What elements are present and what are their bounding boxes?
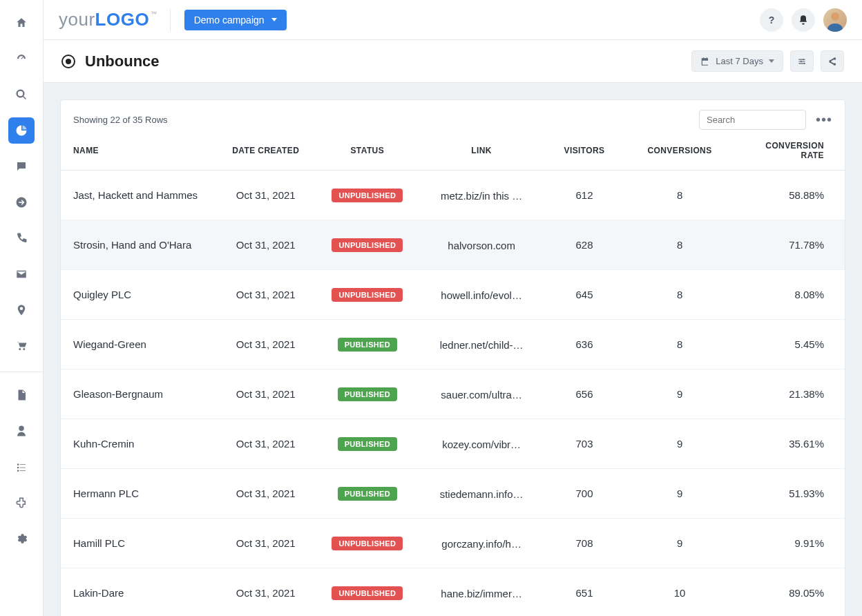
cell-name: Quigley PLC [73,289,131,300]
nav-reports[interactable] [8,382,35,408]
svg-point-0 [803,58,804,59]
cell-link[interactable]: halvorson.com [448,240,515,251]
nav-calls[interactable] [8,225,35,251]
nav-cart[interactable] [8,333,35,359]
filter-button[interactable] [790,50,814,72]
nav-analytics[interactable] [8,117,35,144]
notifications-button[interactable] [792,8,815,32]
col-header-visitors[interactable]: VISITORS [542,141,627,171]
share-icon [827,57,837,66]
topbar: yourLOGO™ Demo campaign ? [44,0,862,40]
table-row[interactable]: Kuhn-CreminOct 31, 2021PUBLISHEDkozey.co… [61,419,845,469]
date-range-label: Last 7 Days [716,56,763,66]
campaign-dropdown[interactable]: Demo campaign [184,10,287,30]
table-row[interactable]: Hamill PLCOct 31, 2021UNPUBLISHEDgorczan… [61,519,845,568]
brand-logo: yourLOGO™ [59,9,156,30]
col-header-conversions[interactable]: CONVERSIONS [626,141,732,171]
cell-date: Oct 31, 2021 [236,587,296,599]
table-row[interactable]: Quigley PLCOct 31, 2021UNPUBLISHEDhowell… [61,270,845,320]
campaign-label: Demo campaign [194,15,265,26]
table-more-menu[interactable]: ••• [816,112,832,128]
cell-link[interactable]: howell.info/evol… [441,289,522,301]
status-badge: UNPUBLISHED [332,288,403,302]
topbar-separator [170,9,171,31]
cell-visitors: 645 [575,289,593,300]
cell-date: Oct 31, 2021 [236,189,296,201]
status-badge: UNPUBLISHED [332,586,403,600]
col-header-link[interactable]: LINK [421,141,542,171]
col-header-date[interactable]: DATE CREATED [218,141,314,171]
nav-integrations[interactable] [8,490,35,516]
chevron-down-icon [271,18,277,21]
table-row[interactable]: Wiegand-GreenOct 31, 2021PUBLISHEDledner… [61,320,845,369]
table-row[interactable]: Lakin-DareOct 31, 2021UNPUBLISHEDhane.bi… [61,568,845,617]
nav-email[interactable] [8,261,35,287]
user-avatar[interactable] [823,8,847,32]
cell-link[interactable]: sauer.com/ultra… [441,389,522,401]
cell-link[interactable]: kozey.com/vibr… [442,439,521,450]
nav-tasks[interactable] [8,454,35,480]
cell-link[interactable]: stiedemann.info… [440,488,524,500]
cell-date: Oct 31, 2021 [236,537,296,549]
col-header-name[interactable]: NAME [61,141,218,171]
status-badge: UNPUBLISHED [332,189,403,202]
table-row[interactable]: Hermann PLCOct 31, 2021PUBLISHEDstiedema… [61,469,845,519]
table-row[interactable]: Jast, Hackett and HammesOct 31, 2021UNPU… [61,171,845,220]
cell-conversions: 9 [677,537,682,549]
cell-name: Lakin-Dare [73,587,124,599]
nav-settings[interactable] [8,526,35,552]
cell-date: Oct 31, 2021 [236,239,296,251]
date-range-dropdown[interactable]: Last 7 Days [691,50,783,72]
sidebar-rail [0,0,44,616]
cell-rate: 89.05% [789,587,824,599]
nav-chat[interactable] [8,153,35,180]
cell-visitors: 651 [575,587,593,599]
cell-date: Oct 31, 2021 [236,388,296,400]
brand-part1: your [59,9,95,30]
help-button[interactable]: ? [760,8,783,32]
share-button[interactable] [821,50,844,72]
status-badge: UNPUBLISHED [332,238,403,252]
cell-rate: 9.91% [794,537,824,549]
cell-link[interactable]: ledner.net/child-… [440,339,524,351]
cell-visitors: 703 [575,438,593,450]
cell-date: Oct 31, 2021 [236,289,296,300]
cell-rate: 71.78% [789,239,824,251]
cell-name: Hermann PLC [73,488,139,499]
cell-conversions: 9 [677,388,682,400]
cell-name: Wiegand-Green [73,338,146,350]
cell-date: Oct 31, 2021 [236,338,296,350]
nav-users[interactable] [8,418,35,444]
cell-name: Gleason-Bergnaum [73,388,163,400]
cell-rate: 35.61% [789,438,824,450]
nav-deals[interactable] [8,189,35,215]
cell-visitors: 628 [575,239,593,251]
help-icon: ? [769,15,775,26]
cell-link[interactable]: gorczany.info/h… [441,538,521,550]
nav-dashboard[interactable] [8,46,35,72]
cell-conversions: 8 [677,338,682,350]
cell-link[interactable]: metz.biz/in this … [441,190,522,202]
cell-visitors: 636 [575,338,593,350]
svg-point-1 [801,60,802,61]
nav-search[interactable] [8,81,35,108]
col-header-rate[interactable]: CONVERSION RATE [733,141,845,171]
col-header-status[interactable]: STATUS [314,141,421,171]
cell-conversions: 8 [677,189,682,201]
cell-visitors: 612 [575,189,593,201]
brand-part2: LOGO [95,9,150,30]
unbounce-icon [61,55,75,68]
cell-date: Oct 31, 2021 [236,488,296,499]
cell-conversions: 8 [677,289,682,300]
table-search-input[interactable] [699,110,806,130]
table-row[interactable]: Strosin, Hand and O'HaraOct 31, 2021UNPU… [61,220,845,270]
cell-link[interactable]: hane.biz/immer… [441,588,522,599]
cell-conversions: 9 [677,438,682,450]
nav-location[interactable] [8,297,35,323]
table-row[interactable]: Gleason-BergnaumOct 31, 2021PUBLISHEDsau… [61,369,845,419]
sliders-icon [797,57,807,66]
cell-date: Oct 31, 2021 [236,438,296,450]
cell-rate: 21.38% [789,388,824,400]
nav-home[interactable] [8,10,35,36]
cell-rate: 58.88% [789,189,824,201]
